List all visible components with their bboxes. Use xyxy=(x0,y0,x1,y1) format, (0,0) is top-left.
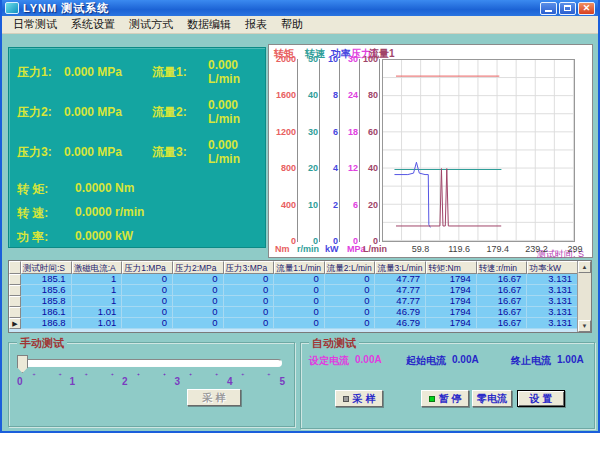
readings-panel: 压力1:0.000 MPa流量1:0.000 L/min压力2:0.000 MP… xyxy=(8,47,266,248)
table-cell: 16.67 xyxy=(477,307,528,318)
table-cell: 3.131 xyxy=(527,296,578,307)
slider-tick-labels: 012345 xyxy=(17,376,285,387)
end-current-field: 终止电流 1.00A xyxy=(511,354,584,368)
column-header[interactable]: 流量1:L/min xyxy=(274,261,325,274)
setup-button[interactable]: 设 置 xyxy=(517,390,565,407)
menu-item-4[interactable]: 数据编辑 xyxy=(180,16,238,33)
auto-test-title: 自动测试 xyxy=(309,336,359,351)
slider-tick-label: 4 xyxy=(227,376,233,387)
table-row[interactable]: 185.610000047.77179416.673.131 xyxy=(9,285,578,296)
column-header[interactable]: 压力1:MPa xyxy=(122,261,173,274)
manual-test-title: 手动测试 xyxy=(17,336,67,351)
table-cell: 0 xyxy=(122,274,173,285)
column-header[interactable]: 激磁电流:A xyxy=(72,261,123,274)
title-bar: LYNM 测试系统 xyxy=(2,0,598,16)
manual-sample-button[interactable]: 采 样 xyxy=(187,389,241,406)
table-cell: 47.77 xyxy=(375,285,426,296)
table-cell: 0 xyxy=(122,285,173,296)
client-area: 压力1:0.000 MPa流量1:0.000 L/min压力2:0.000 MP… xyxy=(2,34,598,431)
auto-sample-button[interactable]: 采 样 xyxy=(335,390,383,407)
table-cell: 0 xyxy=(224,307,275,318)
x-tick-label: 59.8 xyxy=(412,244,430,254)
menu-item-5[interactable]: 报表 xyxy=(238,16,274,33)
table-cell: 47.77 xyxy=(375,296,426,307)
table-cell: 0 xyxy=(325,307,376,318)
current-slider-track[interactable] xyxy=(19,359,282,367)
axis-tick-label: 40 xyxy=(368,163,378,173)
pause-button[interactable]: 暂 停 xyxy=(421,390,469,407)
current-slider-thumb[interactable] xyxy=(17,355,28,373)
table-cell: 0 xyxy=(274,274,325,285)
table-cell: 1.01 xyxy=(72,307,123,318)
plot-area xyxy=(382,59,575,242)
row-selector-header xyxy=(9,261,21,274)
menu-item-6[interactable]: 帮助 xyxy=(274,16,310,33)
row-selector[interactable] xyxy=(9,285,21,296)
trace-blue-line xyxy=(394,162,430,227)
minimize-icon[interactable] xyxy=(540,2,557,15)
column-header[interactable]: 压力2:MPa xyxy=(173,261,224,274)
column-header[interactable]: 转矩:Nm xyxy=(426,261,477,274)
start-current-field: 起始电流 0.00A xyxy=(406,354,479,368)
table-cell: 1 xyxy=(72,274,123,285)
axis-tick-label: 100 xyxy=(363,54,378,64)
row-selector[interactable] xyxy=(9,296,21,307)
reading-label: 压力3: xyxy=(17,144,64,161)
column-header[interactable]: 流量3:L/min xyxy=(375,261,426,274)
table-row[interactable]: 186.81.010000046.79179416.673.131 xyxy=(9,318,578,329)
end-current-label: 终止电流 xyxy=(511,354,551,368)
pause-indicator-icon xyxy=(429,396,435,402)
app-window: LYNM 测试系统 日常测试系统设置测试方式数据编辑报表帮助 压力1:0.000… xyxy=(0,0,600,433)
row-selector[interactable] xyxy=(9,274,21,285)
column-header[interactable]: 压力3:MPa xyxy=(224,261,275,274)
menu-item-3[interactable]: 测试方式 xyxy=(122,16,180,33)
setup-label: 设 置 xyxy=(530,392,553,406)
table-cell: 16.67 xyxy=(477,318,528,329)
reading-label: 流量3: xyxy=(152,144,208,161)
chart-panel: 测试时间: S 转矩2000160012008004000Nm转速5040302… xyxy=(268,44,593,258)
table-cell: 0 xyxy=(274,285,325,296)
menu-item-1[interactable]: 日常测试 xyxy=(6,16,64,33)
pause-label: 暂 停 xyxy=(439,392,462,406)
table-cell: 0 xyxy=(224,318,275,329)
table-cell: 0 xyxy=(274,296,325,307)
slider-tick-label: 0 xyxy=(17,376,23,387)
column-header[interactable]: 测试时间:S xyxy=(21,261,72,274)
column-header[interactable]: 流量2:L/min xyxy=(325,261,376,274)
table-cell: 0 xyxy=(173,318,224,329)
scroll-up-icon[interactable]: ▲ xyxy=(578,261,591,273)
table-cell: 0 xyxy=(325,296,376,307)
data-table: 测试时间:S激磁电流:A压力1:MPa压力2:MPa压力3:MPa流量1:L/m… xyxy=(8,260,592,333)
table-cell: 16.67 xyxy=(477,285,528,296)
menu-bar: 日常测试系统设置测试方式数据编辑报表帮助 xyxy=(2,16,598,34)
table-row[interactable]: 186.11.010000046.79179416.673.131 xyxy=(9,307,578,318)
table-row[interactable]: 185.810000047.77179416.673.131 xyxy=(9,296,578,307)
auto-test-group: 自动测试 设定电流 0.00A 起始电流 0.00A 终止电流 1.00A 采 … xyxy=(300,342,595,429)
column-header[interactable]: 功率:kW xyxy=(527,261,578,274)
restore-icon[interactable] xyxy=(559,2,576,15)
table-cell: 1794 xyxy=(426,285,477,296)
axis-tick-label: 20 xyxy=(368,200,378,210)
table-row[interactable]: 185.110000047.77179416.673.131 xyxy=(9,274,578,285)
close-icon[interactable] xyxy=(578,2,595,15)
x-tick-label: 119.6 xyxy=(448,244,470,254)
zero-current-button[interactable]: 零电流 xyxy=(472,390,512,407)
slider-tick-label: 5 xyxy=(279,376,285,387)
start-current-label: 起始电流 xyxy=(406,354,446,368)
column-header[interactable]: 转速:r/min xyxy=(477,261,528,274)
current-row-marker[interactable] xyxy=(9,318,21,329)
reading-value: 0.000 MPa xyxy=(64,105,152,119)
table-cell: 0 xyxy=(173,307,224,318)
slider-tick-label: 3 xyxy=(174,376,180,387)
table-cell: 3.131 xyxy=(527,307,578,318)
scroll-down-icon[interactable]: ▼ xyxy=(578,320,591,332)
axis-tick-label: 80 xyxy=(368,90,378,100)
row-selector[interactable] xyxy=(9,307,21,318)
axis-unit: L/min xyxy=(363,244,387,254)
zero-current-label: 零电流 xyxy=(477,392,507,406)
table-scrollbar[interactable]: ▲ ▼ xyxy=(577,261,591,332)
reading-label: 功 率: xyxy=(17,229,75,246)
table-cell: 3.131 xyxy=(527,274,578,285)
menu-item-2[interactable]: 系统设置 xyxy=(64,16,122,33)
axis-tick-label: 60 xyxy=(368,127,378,137)
